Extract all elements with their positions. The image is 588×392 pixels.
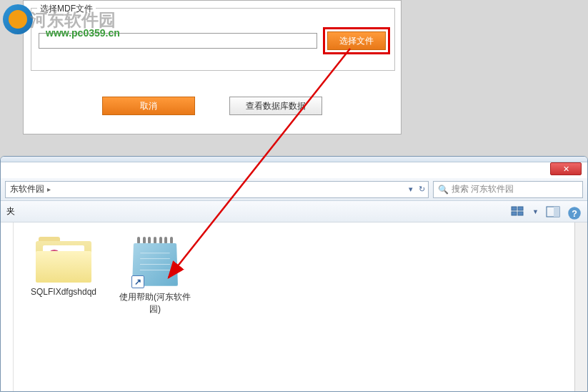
file-list[interactable]: SQLFIXdfgshdqd ↗ 使用帮助(河东软件园) [14, 222, 574, 391]
nav-pane-edge[interactable] [1, 222, 14, 391]
organize-menu[interactable]: 夹 [6, 205, 15, 217]
view-options-icon[interactable] [511, 206, 525, 217]
file-label: SQLFIXdfgshdqd [28, 287, 99, 297]
window-titlebar[interactable] [1, 157, 587, 162]
file-path-input[interactable] [39, 33, 317, 49]
list-item[interactable]: SQLFIXdfgshdqd [28, 237, 99, 297]
explorer-toolbar: 夹 ▼ ? [1, 201, 587, 222]
chevron-right-icon[interactable]: ▸ [47, 185, 51, 193]
view-dropdown-icon[interactable]: ▼ [532, 208, 539, 215]
address-bar: 东软件园 ▸ ▾ ↻ 🔍 搜索 河东软件园 [1, 178, 587, 201]
mdf-dialog: 选择MDF文件 选择文件 取消 查看数据库数据 [23, 0, 402, 134]
search-placeholder: 搜索 河东软件园 [452, 183, 514, 195]
search-icon: 🔍 [438, 185, 449, 195]
folder-icon [36, 237, 91, 283]
breadcrumb-segment[interactable]: 东软件园 [10, 183, 44, 195]
preview-pane-icon[interactable] [546, 206, 560, 217]
file-explorer-window: ✕ 东软件园 ▸ ▾ ↻ 🔍 搜索 河东软件园 夹 ▼ [0, 156, 588, 392]
select-file-button[interactable]: 选择文件 [327, 31, 386, 50]
close-button[interactable]: ✕ [550, 162, 582, 175]
select-mdf-group: 选择MDF文件 选择文件 [31, 8, 395, 71]
breadcrumb[interactable]: 东软件园 ▸ ▾ ↻ [5, 181, 429, 198]
svg-text:?: ? [572, 209, 577, 219]
search-input[interactable]: 🔍 搜索 河东软件园 [433, 181, 583, 198]
file-label: 使用帮助(河东软件园) [119, 291, 191, 315]
notepad-shortcut-icon: ↗ [130, 237, 180, 287]
refresh-icon[interactable]: ↻ [419, 185, 425, 194]
svg-rect-2 [512, 212, 517, 215]
svg-rect-1 [518, 207, 523, 210]
svg-rect-0 [512, 207, 517, 210]
explorer-content: SQLFIXdfgshdqd ↗ 使用帮助(河东软件园) [1, 222, 587, 391]
svg-rect-5 [554, 207, 559, 217]
help-icon[interactable]: ? [567, 206, 582, 217]
vertical-scrollbar[interactable] [574, 222, 587, 391]
group-label: 选择MDF文件 [37, 3, 96, 15]
dropdown-icon[interactable]: ▾ [409, 185, 413, 194]
cancel-button[interactable]: 取消 [102, 97, 195, 115]
list-item[interactable]: ↗ 使用帮助(河东软件园) [119, 237, 191, 315]
view-database-button[interactable]: 查看数据库数据 [229, 97, 322, 115]
svg-rect-3 [518, 212, 523, 215]
shortcut-arrow-icon: ↗ [131, 275, 144, 288]
